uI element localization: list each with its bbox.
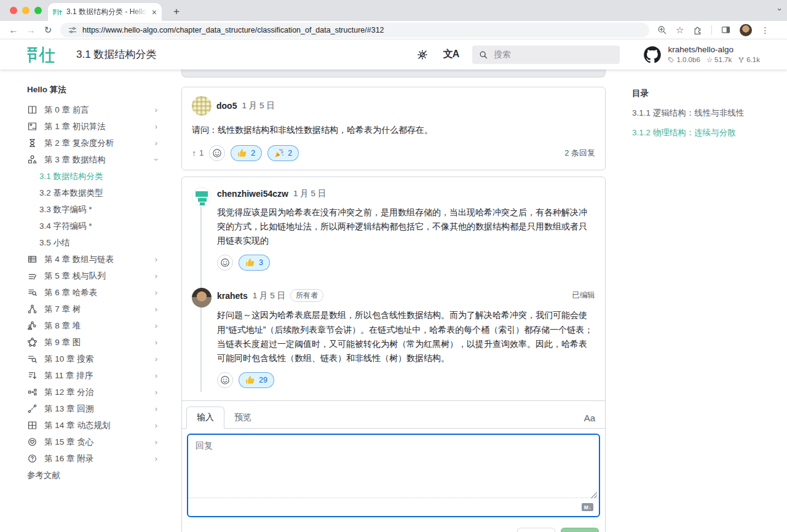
avatar[interactable] [192,288,212,308]
sidebar-item-chapter-12[interactable]: 第 12 章 分治› [27,384,160,400]
sidebar-item-chapter-8[interactable]: 第 8 章 堆› [27,317,160,334]
cancel-button[interactable]: 取消 [517,528,555,532]
previous-comment-cutoff [181,69,606,77]
sidebar-item-chapter-16[interactable]: 第 16 章 附录› [27,450,160,467]
chevron-right-icon: › [155,105,157,114]
chevron-right-icon: › [155,387,157,397]
new-tab-button[interactable]: + [169,4,184,19]
sidebar-item-3-3[interactable]: 3.3 数字编码 * [27,201,160,218]
shapes-icon [27,154,38,165]
reaction-thumbs-up[interactable]: 3 [239,255,270,271]
zoom-icon[interactable] [657,25,667,35]
tab-close-icon[interactable]: × [152,8,157,17]
dp-icon [27,420,38,431]
sidebar-item-chapter-11[interactable]: 第 11 章 排序› [27,367,160,384]
comment-author[interactable]: doo5 [216,101,237,111]
sidebar-item-chapter-13[interactable]: 第 13 章 回溯› [27,400,160,417]
macos-fullscreen-button[interactable] [34,7,42,14]
add-reaction-button[interactable] [217,255,233,271]
page-title: 3.1 数据结构分类 [76,47,156,62]
thumbs-up-icon [237,148,247,158]
sidebar-item-3-4[interactable]: 3.4 字符编码 * [27,218,160,234]
replies-card: chenzhiwei54czw 1 月 5 日 我觉得应该是因为哈希表在没有冲突… [181,177,606,532]
toc-item-3-1-2[interactable]: 3.1.2 物理结构：连续与分散 [632,127,777,138]
sidebar-item-chapter-7[interactable]: 第 7 章 树› [27,301,160,317]
hello-algo-logo[interactable] [27,46,55,64]
search-input[interactable]: 搜索 [472,46,620,64]
chevron-right-icon: › [155,255,157,264]
reaction-party-popper[interactable]: 2 [267,145,299,161]
toc-title: 目录 [632,88,777,99]
tab-write[interactable]: 输入 [186,407,224,429]
thumbs-up-icon [245,375,255,385]
chrome-menu-icon[interactable]: ⋮ [761,25,769,35]
add-reaction-button[interactable] [217,372,233,388]
chevron-right-icon: › [155,354,157,363]
site-settings-icon[interactable] [68,25,77,35]
back-button[interactable]: ← [5,25,22,35]
browser-toolbar: ← → ↻ https://www.hello-algo.com/chapter… [0,21,787,39]
tab-search-icon[interactable]: › [775,8,784,10]
smiley-icon [212,148,222,158]
array-icon [27,254,38,264]
chevron-right-icon: › [155,371,157,380]
reply-form: 输入 预览 Aa M↓ 取消 回复 [182,400,605,532]
sidebar-item-chapter-0[interactable]: 第 0 章 前言› [27,101,160,118]
language-switch-icon[interactable]: 文A [443,48,459,61]
github-octocat-icon [643,46,662,64]
upvote-count: 1 [199,148,204,157]
sidebar-item-chapter-4[interactable]: 第 4 章 数组与链表› [27,251,160,268]
sidebar-item-chapter-15[interactable]: 第 15 章 贪心› [27,434,160,450]
reply-textarea[interactable] [188,435,599,498]
sidebar-item-chapter-9[interactable]: 第 9 章 图› [27,334,160,351]
forward-button[interactable]: → [22,25,39,35]
sidebar-item-3-5[interactable]: 3.5 小结 [27,234,160,251]
reload-button[interactable]: ↻ [39,25,57,36]
theme-toggle-icon[interactable] [416,49,429,61]
sidebar-item-chapter-5[interactable]: 第 5 章 栈与队列› [27,268,160,284]
reply-date[interactable]: 1 月 5 日 [253,290,285,301]
search-icon [478,50,488,60]
sidebar-item-chapter-3[interactable]: 第 3 章 数据结构› [27,151,160,168]
sidebar-item-chapter-10[interactable]: 第 10 章 搜索› [27,351,160,367]
text-format-icon[interactable]: Aa [584,413,600,428]
macos-close-button[interactable] [10,7,17,14]
sidebar-item-chapter-6[interactable]: 第 6 章 哈希表› [27,284,160,301]
reply-author[interactable]: krahets [217,291,248,301]
sidebar-item-chapter-1[interactable]: 第 1 章 初识算法› [27,118,160,135]
reply-date[interactable]: 1 月 5 日 [293,188,326,199]
reply-author[interactable]: chenzhiwei54czw [217,189,288,199]
sidebar-item-chapter-14[interactable]: 第 14 章 动态规划› [27,417,160,434]
side-panel-icon[interactable] [721,25,731,35]
macos-minimize-button[interactable] [22,7,30,14]
algorithm-icon [27,121,38,132]
profile-avatar[interactable] [740,24,752,36]
tab-preview[interactable]: 预览 [224,407,261,428]
sidebar-item-references[interactable]: 参考文献 [27,467,160,483]
reply-submit-button[interactable]: 回复 [561,528,599,532]
avatar[interactable] [192,187,212,207]
chevron-right-icon: › [155,304,157,314]
upvote-button[interactable]: ↑ 1 [192,148,204,158]
toc-item-3-1-1[interactable]: 3.1.1 逻辑结构：线性与非线性 [632,108,777,119]
reply-editor: M↓ [187,434,600,517]
add-reaction-button[interactable] [209,145,225,161]
github-repo-link[interactable]: krahets/hello-algo 1.0.0b6 ☆51.7k 6.1k [643,45,760,64]
avatar[interactable] [192,96,212,116]
extensions-icon[interactable] [692,25,703,35]
star-icon: ☆ [706,55,713,64]
comment-date[interactable]: 1 月 5 日 [242,100,274,111]
sidebar-item-3-2[interactable]: 3.2 基本数据类型 [27,185,160,201]
chevron-right-icon: › [155,338,157,347]
bookmark-star-icon[interactable]: ☆ [676,25,684,36]
reply-body: 我觉得应该是因为哈希表在没有冲突之前，是用数组存储的，当出现哈希冲突之后，有各种… [217,205,595,248]
reaction-thumbs-up[interactable]: 29 [239,372,274,388]
browser-tab[interactable]: 3.1 数据结构分类 - Hello 算法 × [48,3,162,21]
reaction-thumbs-up[interactable]: 2 [231,145,262,161]
address-bar[interactable]: https://www.hello-algo.com/chapter_data_… [60,23,649,38]
sort-icon [27,370,38,381]
table-of-contents: 目录 3.1.1 逻辑结构：线性与非线性 3.1.2 物理结构：连续与分散 [632,88,777,147]
sidebar-item-3-1[interactable]: 3.1 数据结构分类 [27,168,160,185]
browser-window: 3.1 数据结构分类 - Hello 算法 × + › ← → ↻ https:… [0,0,787,532]
sidebar-item-chapter-2[interactable]: 第 2 章 复杂度分析› [27,135,160,151]
